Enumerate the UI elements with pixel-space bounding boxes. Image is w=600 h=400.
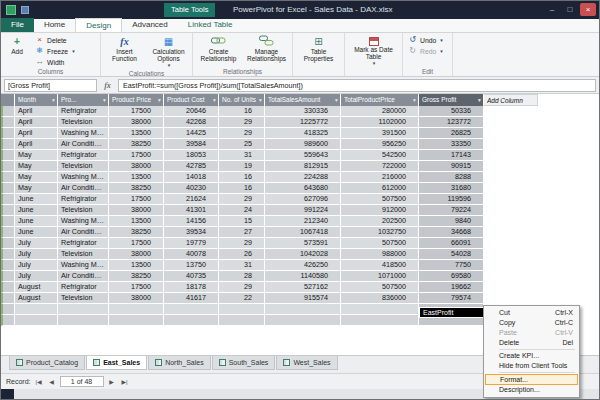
cell[interactable] — [164, 304, 219, 315]
cell[interactable]: 123772 — [419, 117, 484, 128]
cell[interactable]: 216000 — [341, 172, 419, 183]
menu-item-cut[interactable]: CutCtrl-X — [485, 308, 578, 318]
cell[interactable]: 19779 — [164, 238, 219, 249]
row-selector[interactable] — [1, 293, 15, 304]
cell[interactable]: June — [15, 205, 58, 216]
cell[interactable]: Air Conditioner — [58, 183, 109, 194]
select-all-corner[interactable] — [1, 94, 15, 106]
cell[interactable]: Refrigirator — [58, 282, 109, 293]
cell[interactable] — [109, 315, 164, 326]
cell[interactable]: 39534 — [164, 227, 219, 238]
cell[interactable]: Refrigirator — [58, 238, 109, 249]
row-selector[interactable] — [1, 194, 15, 205]
cell[interactable]: Refrigirator — [58, 106, 109, 117]
cell[interactable]: 418500 — [341, 260, 419, 271]
cell[interactable]: 27 — [219, 227, 265, 238]
cell[interactable]: 33350 — [419, 139, 484, 150]
column-header[interactable]: TotalSalesAmount▾ — [265, 94, 341, 106]
cell[interactable]: 20646 — [164, 106, 219, 117]
cell[interactable]: 38000 — [109, 293, 164, 304]
cell[interactable]: 224288 — [265, 172, 341, 183]
cell[interactable]: April — [15, 117, 58, 128]
cell[interactable]: 79224 — [419, 205, 484, 216]
tab-design[interactable]: Design — [75, 18, 122, 32]
cell[interactable]: 19 — [219, 161, 265, 172]
save-icon[interactable] — [21, 6, 29, 14]
row-selector[interactable] — [1, 161, 15, 172]
row-selector[interactable] — [1, 117, 15, 128]
column-header[interactable]: TotalProductPrice▾ — [341, 94, 419, 106]
cell[interactable]: 69580 — [419, 271, 484, 282]
cell[interactable]: 330336 — [265, 106, 341, 117]
sheet-tab-east_sales[interactable]: East_Sales — [86, 356, 147, 370]
filter-icon[interactable]: ▾ — [476, 94, 483, 106]
cell[interactable]: 29 — [219, 194, 265, 205]
cell[interactable]: 90915 — [419, 161, 484, 172]
row-selector[interactable] — [1, 139, 15, 150]
cell[interactable]: 15 — [219, 216, 265, 227]
filter-icon[interactable]: ▾ — [411, 94, 418, 106]
menu-item-copy[interactable]: CopyCtrl-C — [485, 318, 578, 328]
cell[interactable]: July — [15, 260, 58, 271]
cell[interactable]: 202500 — [341, 216, 419, 227]
column-header[interactable]: Gross Profit▾ — [419, 94, 484, 106]
cell[interactable]: 17500 — [109, 282, 164, 293]
cell[interactable]: 16 — [219, 172, 265, 183]
cell[interactable]: May — [15, 183, 58, 194]
menu-item-format[interactable]: Format... — [485, 374, 578, 385]
cell[interactable]: August — [15, 293, 58, 304]
cell[interactable]: 16 — [219, 183, 265, 194]
name-box[interactable]: [Gross Profit] — [4, 79, 97, 92]
cell[interactable]: May — [15, 150, 58, 161]
cell[interactable]: 29 — [219, 282, 265, 293]
cell[interactable]: 507500 — [341, 282, 419, 293]
cell[interactable] — [219, 304, 265, 315]
cell[interactable]: 17500 — [109, 194, 164, 205]
menu-item-delete[interactable]: DeleteDel — [485, 338, 578, 348]
sheet-tab-product_catalog[interactable]: Product_Catalog — [9, 356, 85, 370]
cell[interactable]: 13500 — [109, 260, 164, 271]
cell[interactable]: 17143 — [419, 150, 484, 161]
cell[interactable]: Air Conditioner — [58, 139, 109, 150]
tab-linked-table[interactable]: Linked Table — [178, 18, 243, 32]
cell[interactable]: 38000 — [109, 161, 164, 172]
cell[interactable]: 38000 — [109, 117, 164, 128]
last-record-button[interactable]: ▶| — [120, 378, 130, 385]
filter-icon[interactable]: ▾ — [333, 94, 340, 106]
cell[interactable]: 28 — [219, 271, 265, 282]
cell[interactable] — [341, 304, 419, 315]
cell[interactable]: April — [15, 128, 58, 139]
width-button[interactable]: ↔Width — [33, 57, 77, 67]
cell[interactable]: 26 — [219, 249, 265, 260]
row-selector[interactable] — [1, 304, 15, 315]
cell[interactable]: April — [15, 106, 58, 117]
cell[interactable]: Television — [58, 205, 109, 216]
cell[interactable]: 426250 — [265, 260, 341, 271]
add-column-button[interactable]: + Add — [4, 35, 30, 55]
table-properties-button[interactable]: ⊞ Table Properties — [296, 35, 341, 62]
row-selector[interactable] — [1, 315, 15, 326]
cell[interactable] — [15, 315, 58, 326]
cell[interactable]: 24 — [219, 205, 265, 216]
cell[interactable]: 38250 — [109, 183, 164, 194]
cell[interactable]: 29 — [219, 128, 265, 139]
cell[interactable]: Washing Machine — [58, 128, 109, 139]
filter-icon[interactable]: ▾ — [257, 94, 264, 106]
filter-icon[interactable]: ▾ — [211, 94, 218, 106]
row-selector[interactable] — [1, 172, 15, 183]
cell[interactable]: 40078 — [164, 249, 219, 260]
cell[interactable]: 26825 — [419, 128, 484, 139]
cell[interactable]: 1225772 — [265, 117, 341, 128]
cell[interactable]: 14156 — [164, 216, 219, 227]
cell[interactable] — [219, 315, 265, 326]
cell[interactable]: 54028 — [419, 249, 484, 260]
cell[interactable]: 7750 — [419, 260, 484, 271]
row-selector[interactable] — [1, 216, 15, 227]
sheet-tab-north_sales[interactable]: North_Sales — [148, 356, 211, 370]
cell[interactable]: 50336 — [419, 106, 484, 117]
cell[interactable]: 17500 — [109, 106, 164, 117]
cell[interactable]: 38250 — [109, 271, 164, 282]
freeze-button[interactable]: ❄Freeze▾ — [33, 46, 77, 56]
cell[interactable] — [341, 315, 419, 326]
mark-as-date-table-button[interactable]: Mark as Date Table ▾ — [348, 35, 399, 67]
